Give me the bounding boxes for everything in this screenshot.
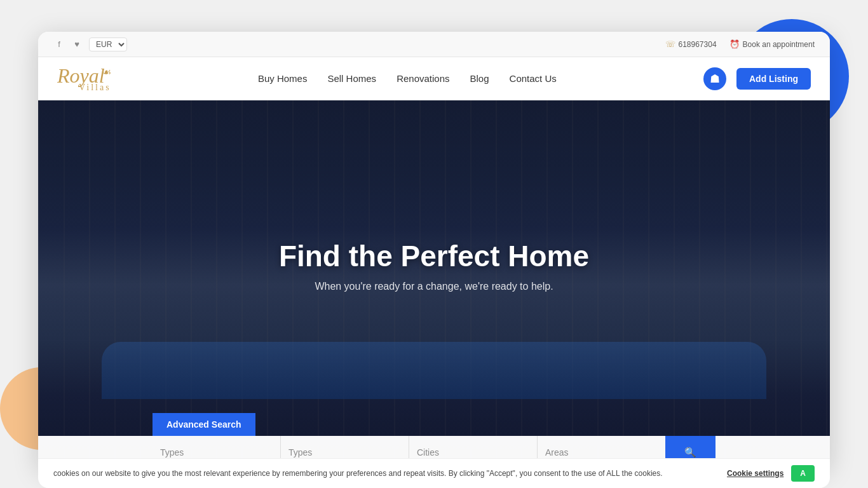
clock-icon: ⏰ bbox=[729, 39, 740, 49]
currency-select[interactable]: EUR USD GBP bbox=[89, 37, 127, 51]
nav-sell-homes[interactable]: Sell Homes bbox=[327, 73, 376, 84]
main-navigation: Royal☙ Villas Buy Homes Sell Homes Renov… bbox=[38, 57, 830, 100]
crown-icon: ☙ bbox=[102, 67, 111, 78]
hero-section: Find the Perfect Home When you're ready … bbox=[38, 100, 830, 469]
nav-links: Buy Homes Sell Homes Renovations Blog Co… bbox=[258, 73, 557, 84]
instagram-icon[interactable]: ♥ bbox=[71, 39, 83, 50]
cookie-text: cookies on our website to give you the m… bbox=[53, 469, 714, 478]
hero-content: Find the Perfect Home When you're ready … bbox=[279, 239, 589, 330]
top-utility-bar: f ♥ EUR USD GBP ☏ 618967304 ⏰ Book an ap… bbox=[38, 32, 830, 57]
cookie-banner: cookies on our website to give you the m… bbox=[38, 458, 830, 488]
hero-pool-decoration bbox=[102, 342, 766, 399]
facebook-icon[interactable]: f bbox=[53, 39, 65, 50]
logo-area[interactable]: Royal☙ Villas bbox=[57, 65, 111, 92]
advanced-search-tab[interactable]: Advanced Search bbox=[153, 413, 255, 436]
add-listing-button[interactable]: Add Listing bbox=[736, 68, 811, 90]
cookie-accept-button[interactable]: A bbox=[791, 465, 815, 482]
nav-buy-homes[interactable]: Buy Homes bbox=[258, 73, 308, 84]
top-bar-left: f ♥ EUR USD GBP bbox=[53, 37, 127, 51]
phone-info: ☏ 618967304 bbox=[665, 39, 717, 49]
cookie-settings-link[interactable]: Cookie settings bbox=[727, 469, 783, 478]
hero-subtitle: When you're ready for a change, we're re… bbox=[279, 281, 589, 292]
top-bar-right: ☏ 618967304 ⏰ Book an appointment bbox=[665, 39, 815, 49]
nav-renovations[interactable]: Renovations bbox=[397, 73, 449, 84]
appointment-info[interactable]: ⏰ Book an appointment bbox=[729, 39, 815, 49]
hero-title: Find the Perfect Home bbox=[279, 239, 589, 273]
appointment-label: Book an appointment bbox=[743, 40, 815, 49]
browser-window: f ♥ EUR USD GBP ☏ 618967304 ⏰ Book an ap… bbox=[38, 32, 830, 469]
phone-icon: ☏ bbox=[665, 39, 675, 49]
logo: Royal☙ Villas bbox=[57, 65, 111, 92]
nav-right: ☗ Add Listing bbox=[703, 67, 811, 90]
phone-number: 618967304 bbox=[679, 40, 717, 49]
user-icon[interactable]: ☗ bbox=[703, 67, 726, 90]
nav-blog[interactable]: Blog bbox=[470, 73, 489, 84]
nav-contact-us[interactable]: Contact Us bbox=[510, 73, 557, 84]
